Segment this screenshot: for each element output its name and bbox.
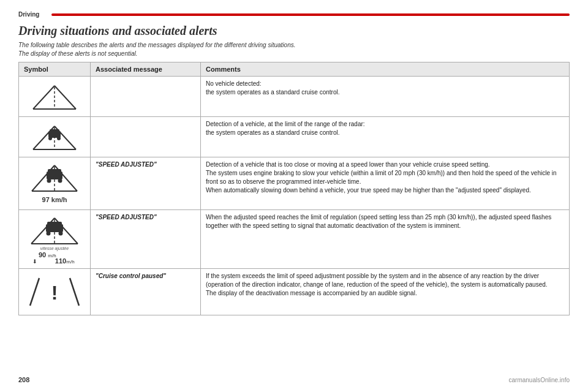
table-row: 97 km/h "SPEED ADJUSTED" Detection of a … <box>19 157 570 210</box>
col-message: Associated message <box>91 62 201 77</box>
msg-cell-4: "SPEED ADJUSTED" <box>91 210 201 269</box>
svg-point-10 <box>48 137 52 140</box>
svg-point-28 <box>59 232 63 236</box>
page-number: 208 <box>18 376 29 383</box>
msg-cell-1 <box>91 77 201 117</box>
svg-line-36 <box>70 278 79 306</box>
table-row: No vehicle detected:the system operates … <box>19 77 570 117</box>
main-table: Symbol Associated message Comments <box>18 62 570 315</box>
subtitle2: The display of these alerts is not seque… <box>18 50 570 57</box>
page-title: Driving situations and associated alerts <box>18 24 570 38</box>
svg-rect-9 <box>50 129 59 134</box>
svg-point-11 <box>57 137 61 140</box>
symbol-speed-90-110: vitesse ajustée 90 m/h ⬇ 110 m/h <box>24 213 85 265</box>
svg-text:vitesse ajustée: vitesse ajustée <box>40 246 69 251</box>
subtitle1: The following table describes the alerts… <box>18 42 570 48</box>
comment-cell-4: When the adjusted speed reaches the limi… <box>201 210 570 269</box>
svg-rect-17 <box>48 169 61 174</box>
svg-text:⬇: ⬇ <box>32 258 37 265</box>
svg-rect-26 <box>47 222 62 227</box>
symbol-cell-3: 97 km/h <box>19 157 91 210</box>
symbol-cell-4: vitesse ajustée 90 m/h ⬇ 110 m/h <box>19 210 91 269</box>
msg-cell-2 <box>91 117 201 157</box>
top-bar-line <box>51 13 570 16</box>
page-container: Driving Driving situations and associate… <box>0 0 588 392</box>
symbol-vehicle-detected <box>24 120 85 154</box>
table-row: vitesse ajustée 90 m/h ⬇ 110 m/h "SPEED … <box>19 210 570 269</box>
svg-point-18 <box>47 179 51 183</box>
symbol-cell-5: ! <box>19 269 91 315</box>
svg-point-19 <box>58 179 62 183</box>
symbol-speed-97: 97 km/h <box>24 160 85 206</box>
symbol-cell-1 <box>19 77 91 117</box>
svg-line-1 <box>55 86 76 109</box>
comment-cell-3: Detection of a vehicle that is too close… <box>201 157 570 210</box>
svg-text:110: 110 <box>55 257 66 265</box>
svg-point-27 <box>47 232 51 236</box>
section-label: Driving <box>18 11 39 18</box>
svg-text:90: 90 <box>39 251 46 258</box>
top-bar: Driving <box>18 11 570 18</box>
comment-cell-1: No vehicle detected:the system operates … <box>201 77 570 117</box>
table-row: Detection of a vehicle, at the limit of … <box>19 117 570 157</box>
svg-text:!: ! <box>51 282 58 304</box>
col-symbol: Symbol <box>19 62 91 77</box>
svg-text:97 km/h: 97 km/h <box>42 196 67 203</box>
table-row: ! "Cruise control paused" If the system … <box>19 269 570 315</box>
col-comments: Comments <box>201 62 570 77</box>
comment-cell-5: If the system exceeds the limit of speed… <box>201 269 570 315</box>
svg-text:m/h: m/h <box>66 259 74 265</box>
msg-cell-5: "Cruise control paused" <box>91 269 201 315</box>
svg-line-0 <box>33 86 55 109</box>
msg-cell-3: "SPEED ADJUSTED" <box>91 157 201 210</box>
comment-cell-2: Detection of a vehicle, at the limit of … <box>201 117 570 157</box>
symbol-cruise-paused: ! <box>24 272 85 312</box>
symbol-cell-2 <box>19 117 91 157</box>
svg-line-35 <box>30 278 39 306</box>
website-label: carmanualsOnline.info <box>509 377 570 383</box>
symbol-road-clear <box>24 80 85 113</box>
